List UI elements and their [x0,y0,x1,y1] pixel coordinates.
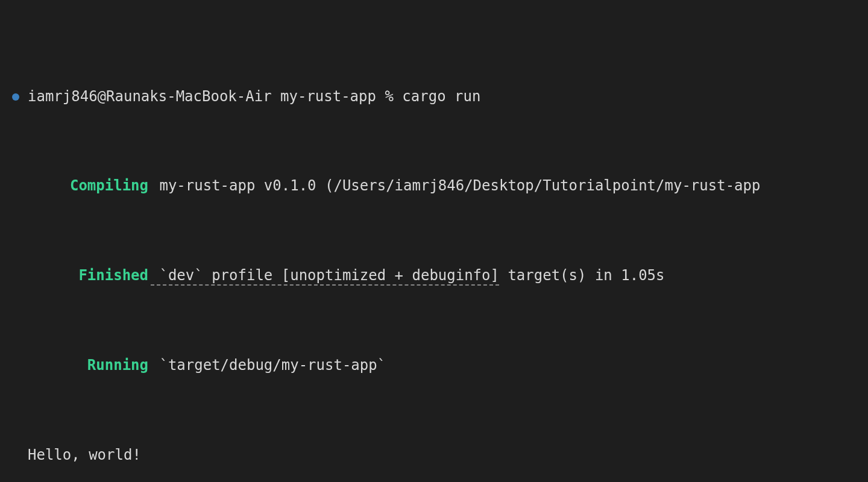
terminal-output[interactable]: iamrj846@Raunaks-MacBook-Air my-rust-app… [0,0,868,482]
compiling-label: Compiling [70,177,148,194]
output-text: Hello, world! [28,446,141,463]
compiling-text: my-rust-app v0.1.0 (/Users/iamrj846/Desk… [151,177,760,194]
finished-label: Finished [78,267,148,284]
circle-filled-icon [12,93,19,101]
running-text: `target/debug/my-rust-app` [151,357,386,374]
prompt-command: cargo run [402,86,480,108]
finished-line: Finished `dev` profile [unoptimized + de… [0,264,868,287]
prompt-line-1: iamrj846@Raunaks-MacBook-Air my-rust-app… [0,86,868,108]
running-label: Running [87,357,148,374]
finished-rest: target(s) in 1.05s [499,267,665,284]
running-line: Running `target/debug/my-rust-app` [0,354,868,377]
prompt-host: iamrj846@Raunaks-MacBook-Air my-rust-app… [28,86,402,108]
finished-underlined: `dev` profile [unoptimized + debuginfo] [151,267,499,286]
program-output: Hello, world! [0,444,868,466]
compiling-line: Compiling my-rust-app v0.1.0 (/Users/iam… [0,175,868,197]
